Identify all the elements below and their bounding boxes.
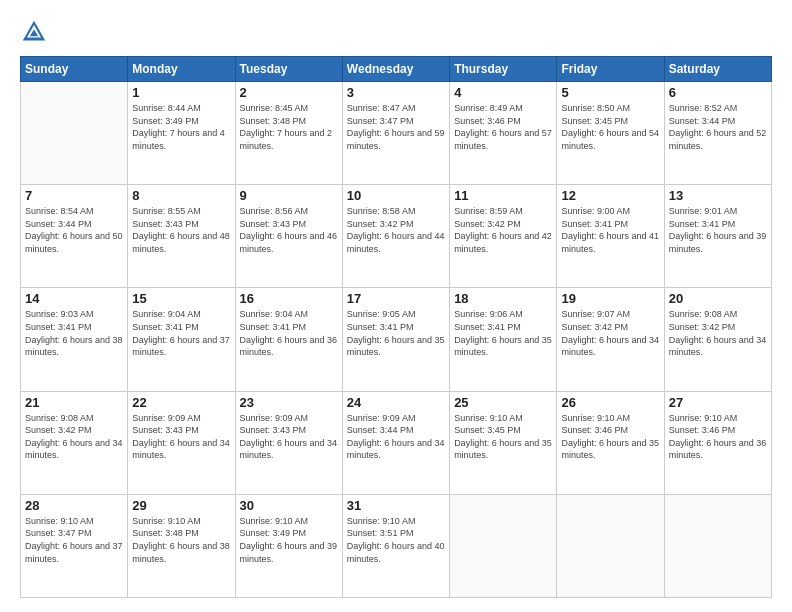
day-number: 22 bbox=[132, 395, 230, 410]
day-info: Sunrise: 8:50 AMSunset: 3:45 PMDaylight:… bbox=[561, 102, 659, 152]
day-info: Sunrise: 9:10 AMSunset: 3:48 PMDaylight:… bbox=[132, 515, 230, 565]
calendar-cell: 31Sunrise: 9:10 AMSunset: 3:51 PMDayligh… bbox=[342, 494, 449, 597]
day-number: 23 bbox=[240, 395, 338, 410]
day-number: 31 bbox=[347, 498, 445, 513]
calendar-cell: 1Sunrise: 8:44 AMSunset: 3:49 PMDaylight… bbox=[128, 82, 235, 185]
day-number: 7 bbox=[25, 188, 123, 203]
calendar-cell: 28Sunrise: 9:10 AMSunset: 3:47 PMDayligh… bbox=[21, 494, 128, 597]
day-number: 8 bbox=[132, 188, 230, 203]
day-number: 14 bbox=[25, 291, 123, 306]
calendar-cell: 11Sunrise: 8:59 AMSunset: 3:42 PMDayligh… bbox=[450, 185, 557, 288]
weekday-header: Saturday bbox=[664, 57, 771, 82]
day-info: Sunrise: 8:58 AMSunset: 3:42 PMDaylight:… bbox=[347, 205, 445, 255]
day-info: Sunrise: 8:45 AMSunset: 3:48 PMDaylight:… bbox=[240, 102, 338, 152]
calendar-cell: 7Sunrise: 8:54 AMSunset: 3:44 PMDaylight… bbox=[21, 185, 128, 288]
calendar-cell: 6Sunrise: 8:52 AMSunset: 3:44 PMDaylight… bbox=[664, 82, 771, 185]
day-number: 11 bbox=[454, 188, 552, 203]
calendar-cell: 26Sunrise: 9:10 AMSunset: 3:46 PMDayligh… bbox=[557, 391, 664, 494]
calendar-cell bbox=[21, 82, 128, 185]
calendar-header-row: SundayMondayTuesdayWednesdayThursdayFrid… bbox=[21, 57, 772, 82]
calendar-cell: 21Sunrise: 9:08 AMSunset: 3:42 PMDayligh… bbox=[21, 391, 128, 494]
day-number: 25 bbox=[454, 395, 552, 410]
day-number: 21 bbox=[25, 395, 123, 410]
day-number: 29 bbox=[132, 498, 230, 513]
calendar-cell: 23Sunrise: 9:09 AMSunset: 3:43 PMDayligh… bbox=[235, 391, 342, 494]
day-info: Sunrise: 9:08 AMSunset: 3:42 PMDaylight:… bbox=[25, 412, 123, 462]
day-info: Sunrise: 9:10 AMSunset: 3:45 PMDaylight:… bbox=[454, 412, 552, 462]
day-info: Sunrise: 8:59 AMSunset: 3:42 PMDaylight:… bbox=[454, 205, 552, 255]
day-info: Sunrise: 8:44 AMSunset: 3:49 PMDaylight:… bbox=[132, 102, 230, 152]
day-number: 18 bbox=[454, 291, 552, 306]
calendar-week-row: 21Sunrise: 9:08 AMSunset: 3:42 PMDayligh… bbox=[21, 391, 772, 494]
calendar-cell: 29Sunrise: 9:10 AMSunset: 3:48 PMDayligh… bbox=[128, 494, 235, 597]
weekday-header: Monday bbox=[128, 57, 235, 82]
calendar-cell bbox=[557, 494, 664, 597]
day-info: Sunrise: 9:10 AMSunset: 3:49 PMDaylight:… bbox=[240, 515, 338, 565]
day-number: 24 bbox=[347, 395, 445, 410]
day-number: 9 bbox=[240, 188, 338, 203]
day-info: Sunrise: 9:05 AMSunset: 3:41 PMDaylight:… bbox=[347, 308, 445, 358]
day-info: Sunrise: 8:49 AMSunset: 3:46 PMDaylight:… bbox=[454, 102, 552, 152]
calendar-cell: 27Sunrise: 9:10 AMSunset: 3:46 PMDayligh… bbox=[664, 391, 771, 494]
day-number: 20 bbox=[669, 291, 767, 306]
day-number: 17 bbox=[347, 291, 445, 306]
day-number: 10 bbox=[347, 188, 445, 203]
day-info: Sunrise: 9:10 AMSunset: 3:46 PMDaylight:… bbox=[561, 412, 659, 462]
calendar-cell: 13Sunrise: 9:01 AMSunset: 3:41 PMDayligh… bbox=[664, 185, 771, 288]
calendar-cell: 15Sunrise: 9:04 AMSunset: 3:41 PMDayligh… bbox=[128, 288, 235, 391]
calendar-week-row: 7Sunrise: 8:54 AMSunset: 3:44 PMDaylight… bbox=[21, 185, 772, 288]
calendar-cell bbox=[664, 494, 771, 597]
calendar-cell: 24Sunrise: 9:09 AMSunset: 3:44 PMDayligh… bbox=[342, 391, 449, 494]
calendar-cell bbox=[450, 494, 557, 597]
calendar-week-row: 1Sunrise: 8:44 AMSunset: 3:49 PMDaylight… bbox=[21, 82, 772, 185]
day-number: 30 bbox=[240, 498, 338, 513]
day-info: Sunrise: 9:06 AMSunset: 3:41 PMDaylight:… bbox=[454, 308, 552, 358]
day-number: 1 bbox=[132, 85, 230, 100]
day-number: 27 bbox=[669, 395, 767, 410]
day-info: Sunrise: 9:08 AMSunset: 3:42 PMDaylight:… bbox=[669, 308, 767, 358]
calendar-cell: 17Sunrise: 9:05 AMSunset: 3:41 PMDayligh… bbox=[342, 288, 449, 391]
day-info: Sunrise: 9:03 AMSunset: 3:41 PMDaylight:… bbox=[25, 308, 123, 358]
day-info: Sunrise: 9:04 AMSunset: 3:41 PMDaylight:… bbox=[132, 308, 230, 358]
calendar-cell: 2Sunrise: 8:45 AMSunset: 3:48 PMDaylight… bbox=[235, 82, 342, 185]
calendar-cell: 20Sunrise: 9:08 AMSunset: 3:42 PMDayligh… bbox=[664, 288, 771, 391]
calendar-cell: 9Sunrise: 8:56 AMSunset: 3:43 PMDaylight… bbox=[235, 185, 342, 288]
weekday-header: Tuesday bbox=[235, 57, 342, 82]
calendar-week-row: 14Sunrise: 9:03 AMSunset: 3:41 PMDayligh… bbox=[21, 288, 772, 391]
day-number: 6 bbox=[669, 85, 767, 100]
day-info: Sunrise: 9:01 AMSunset: 3:41 PMDaylight:… bbox=[669, 205, 767, 255]
calendar-cell: 19Sunrise: 9:07 AMSunset: 3:42 PMDayligh… bbox=[557, 288, 664, 391]
day-info: Sunrise: 9:10 AMSunset: 3:51 PMDaylight:… bbox=[347, 515, 445, 565]
weekday-header: Thursday bbox=[450, 57, 557, 82]
calendar-cell: 5Sunrise: 8:50 AMSunset: 3:45 PMDaylight… bbox=[557, 82, 664, 185]
day-number: 15 bbox=[132, 291, 230, 306]
calendar-table: SundayMondayTuesdayWednesdayThursdayFrid… bbox=[20, 56, 772, 598]
day-number: 4 bbox=[454, 85, 552, 100]
day-info: Sunrise: 8:52 AMSunset: 3:44 PMDaylight:… bbox=[669, 102, 767, 152]
calendar-cell: 22Sunrise: 9:09 AMSunset: 3:43 PMDayligh… bbox=[128, 391, 235, 494]
calendar-cell: 16Sunrise: 9:04 AMSunset: 3:41 PMDayligh… bbox=[235, 288, 342, 391]
calendar-cell: 14Sunrise: 9:03 AMSunset: 3:41 PMDayligh… bbox=[21, 288, 128, 391]
calendar-cell: 8Sunrise: 8:55 AMSunset: 3:43 PMDaylight… bbox=[128, 185, 235, 288]
weekday-header: Friday bbox=[557, 57, 664, 82]
day-info: Sunrise: 9:10 AMSunset: 3:47 PMDaylight:… bbox=[25, 515, 123, 565]
day-number: 2 bbox=[240, 85, 338, 100]
calendar-cell: 4Sunrise: 8:49 AMSunset: 3:46 PMDaylight… bbox=[450, 82, 557, 185]
day-info: Sunrise: 9:04 AMSunset: 3:41 PMDaylight:… bbox=[240, 308, 338, 358]
day-info: Sunrise: 9:09 AMSunset: 3:43 PMDaylight:… bbox=[132, 412, 230, 462]
day-info: Sunrise: 8:47 AMSunset: 3:47 PMDaylight:… bbox=[347, 102, 445, 152]
day-info: Sunrise: 9:07 AMSunset: 3:42 PMDaylight:… bbox=[561, 308, 659, 358]
weekday-header: Wednesday bbox=[342, 57, 449, 82]
day-info: Sunrise: 9:10 AMSunset: 3:46 PMDaylight:… bbox=[669, 412, 767, 462]
day-info: Sunrise: 9:09 AMSunset: 3:43 PMDaylight:… bbox=[240, 412, 338, 462]
day-number: 3 bbox=[347, 85, 445, 100]
logo bbox=[20, 18, 52, 46]
calendar-cell: 30Sunrise: 9:10 AMSunset: 3:49 PMDayligh… bbox=[235, 494, 342, 597]
logo-icon bbox=[20, 18, 48, 46]
day-number: 16 bbox=[240, 291, 338, 306]
day-number: 12 bbox=[561, 188, 659, 203]
day-info: Sunrise: 9:09 AMSunset: 3:44 PMDaylight:… bbox=[347, 412, 445, 462]
day-info: Sunrise: 8:55 AMSunset: 3:43 PMDaylight:… bbox=[132, 205, 230, 255]
day-number: 26 bbox=[561, 395, 659, 410]
calendar-cell: 3Sunrise: 8:47 AMSunset: 3:47 PMDaylight… bbox=[342, 82, 449, 185]
